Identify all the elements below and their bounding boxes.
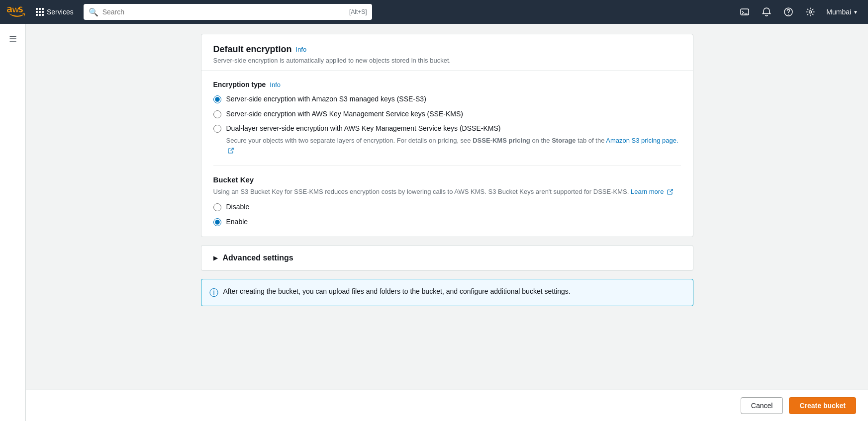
chevron-right-icon: ▶ bbox=[213, 254, 218, 261]
dsse-kms-radio[interactable] bbox=[213, 125, 221, 133]
sse-s3-option[interactable]: Server-side encryption with Amazon S3 ma… bbox=[213, 94, 681, 104]
sidebar-toggle-button[interactable]: ☰ bbox=[5, 30, 21, 49]
section-body: Encryption type Info Server-side encrypt… bbox=[201, 71, 693, 237]
sse-s3-radio[interactable] bbox=[213, 95, 221, 103]
encryption-type-label: Encryption type Info bbox=[213, 81, 681, 88]
bucket-key-title: Bucket Key bbox=[213, 175, 681, 184]
settings-button[interactable] bbox=[800, 2, 820, 22]
main-content: Default encryption Info Server-side encr… bbox=[26, 24, 868, 421]
bucket-key-disable-label: Disable bbox=[226, 202, 250, 212]
info-banner: ⓘ After creating the bucket, you can upl… bbox=[201, 279, 693, 306]
services-label: Services bbox=[47, 8, 74, 16]
s3-pricing-link[interactable]: Amazon S3 pricing page. bbox=[226, 137, 678, 154]
advanced-settings-title: Advanced settings bbox=[223, 253, 293, 262]
cancel-button[interactable]: Cancel bbox=[741, 397, 783, 414]
services-button[interactable]: Services bbox=[32, 6, 78, 18]
dsse-kms-option-wrapper: Dual-layer server-side encryption with A… bbox=[213, 124, 681, 155]
app-layout: ☰ Default encryption Info Server-side en… bbox=[0, 24, 868, 421]
svg-point-2 bbox=[788, 14, 789, 15]
learn-more-link[interactable]: Learn more bbox=[631, 188, 664, 195]
grid-icon bbox=[36, 8, 44, 16]
gear-icon bbox=[805, 7, 815, 17]
create-bucket-button[interactable]: Create bucket bbox=[789, 397, 856, 414]
info-banner-icon: ⓘ bbox=[209, 287, 218, 299]
dsse-kms-sub: Secure your objects with two separate la… bbox=[226, 136, 681, 155]
bucket-key-disable-option[interactable]: Disable bbox=[213, 202, 681, 212]
encryption-type-info-link[interactable]: Info bbox=[270, 81, 281, 88]
sse-kms-radio[interactable] bbox=[213, 110, 221, 118]
bucket-key-enable-label: Enable bbox=[226, 217, 248, 227]
section-header: Default encryption Info Server-side encr… bbox=[201, 34, 693, 71]
region-button[interactable]: Mumbai ▼ bbox=[822, 6, 862, 18]
external-link-icon bbox=[228, 148, 234, 154]
section-title: Default encryption Info bbox=[213, 44, 681, 55]
dsse-kms-option[interactable]: Dual-layer server-side encryption with A… bbox=[213, 124, 681, 134]
bucket-key-enable-radio[interactable] bbox=[213, 218, 221, 226]
advanced-settings-card: ▶ Advanced settings bbox=[201, 245, 693, 271]
dsse-kms-pricing-bold: DSSE-KMS pricing bbox=[473, 137, 530, 144]
aws-logo[interactable] bbox=[6, 6, 26, 18]
cloudshell-icon bbox=[740, 7, 750, 17]
default-encryption-info-link[interactable]: Info bbox=[296, 46, 307, 53]
bucket-key-enable-option[interactable]: Enable bbox=[213, 217, 681, 227]
chevron-down-icon: ▼ bbox=[853, 9, 858, 15]
sse-kms-option[interactable]: Server-side encryption with AWS Key Mana… bbox=[213, 109, 681, 119]
search-icon: 🔍 bbox=[89, 7, 98, 17]
footer-bar: Cancel Create bucket bbox=[26, 390, 868, 421]
sse-kms-label: Server-side encryption with AWS Key Mana… bbox=[226, 109, 463, 119]
top-nav: Services 🔍 [Alt+S] bbox=[0, 0, 868, 24]
search-bar: 🔍 [Alt+S] bbox=[84, 4, 372, 20]
search-hint: [Alt+S] bbox=[349, 8, 367, 15]
bucket-key-disable-radio[interactable] bbox=[213, 203, 221, 211]
content-wrapper: Default encryption Info Server-side encr… bbox=[201, 24, 693, 364]
cloudshell-button[interactable] bbox=[735, 2, 755, 22]
search-input[interactable] bbox=[102, 8, 345, 16]
sidebar: ☰ bbox=[0, 24, 26, 421]
bucket-key-desc: Using an S3 Bucket Key for SSE-KMS reduc… bbox=[213, 187, 681, 197]
nav-right: Mumbai ▼ bbox=[735, 2, 862, 22]
dsse-kms-label: Dual-layer server-side encryption with A… bbox=[226, 124, 501, 134]
sse-s3-label: Server-side encryption with Amazon S3 ma… bbox=[226, 94, 426, 104]
divider bbox=[213, 165, 681, 166]
learn-more-external-icon bbox=[667, 189, 673, 195]
question-icon bbox=[783, 7, 793, 17]
bucket-key-radio-group: Disable Enable bbox=[213, 202, 681, 227]
support-button[interactable] bbox=[778, 2, 798, 22]
section-description: Server-side encryption is automatically … bbox=[213, 57, 681, 64]
encryption-type-radio-group: Server-side encryption with Amazon S3 ma… bbox=[213, 94, 681, 155]
default-encryption-card: Default encryption Info Server-side encr… bbox=[201, 34, 693, 237]
info-banner-text: After creating the bucket, you can uploa… bbox=[223, 286, 571, 297]
default-encryption-title: Default encryption bbox=[213, 44, 292, 55]
bell-icon bbox=[762, 7, 772, 17]
region-label: Mumbai bbox=[826, 8, 851, 16]
storage-bold: Storage bbox=[552, 137, 576, 144]
svg-point-3 bbox=[809, 11, 812, 13]
advanced-settings-header[interactable]: ▶ Advanced settings bbox=[201, 246, 693, 270]
notifications-button[interactable] bbox=[757, 2, 776, 22]
